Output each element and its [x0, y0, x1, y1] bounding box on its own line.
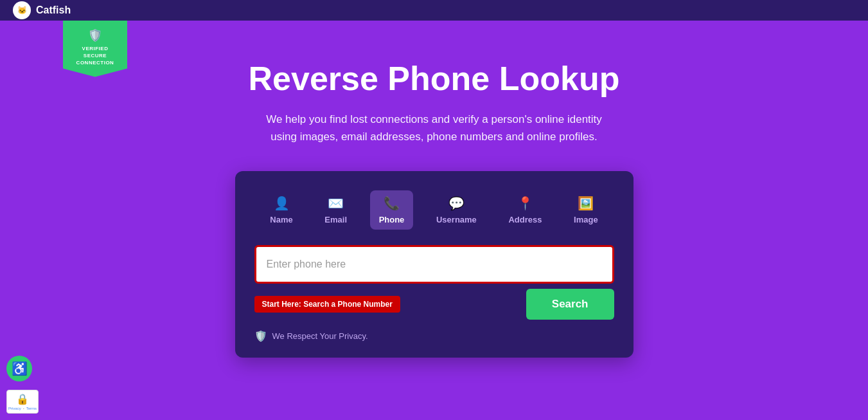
- privacy-text: We Respect Your Privacy.: [272, 331, 368, 341]
- tab-phone-label: Phone: [379, 215, 405, 224]
- secure-badge: 🛡️ VERIFIED SECURE CONNECTION: [63, 21, 127, 77]
- privacy-shield-icon: 🛡️: [254, 330, 267, 342]
- search-card: 👤 Name ✉️ Email 📞 Phone 💬 Username 📍 Add…: [235, 171, 633, 358]
- phone-input[interactable]: [254, 245, 614, 284]
- phone-icon: 📞: [384, 196, 400, 211]
- logo: 🐱 Catfish: [13, 1, 71, 19]
- recaptcha-separator: -: [23, 406, 24, 410]
- tab-address[interactable]: 📍 Address: [499, 190, 551, 230]
- search-tabs: 👤 Name ✉️ Email 📞 Phone 💬 Username 📍 Add…: [254, 190, 614, 230]
- tab-email[interactable]: ✉️ Email: [315, 190, 356, 230]
- recaptcha-badge: 🔒 Privacy - Terms: [6, 390, 39, 414]
- tab-address-label: Address: [508, 215, 542, 224]
- logo-icon: 🐱: [13, 1, 31, 19]
- address-icon: 📍: [517, 196, 533, 211]
- recaptcha-terms-link[interactable]: Terms: [26, 406, 37, 410]
- accessibility-icon: ♿: [12, 361, 28, 376]
- tab-phone[interactable]: 📞 Phone: [370, 190, 414, 230]
- accessibility-widget[interactable]: ♿: [6, 356, 32, 381]
- action-row: Start Here: Search a Phone Number Search: [254, 289, 614, 320]
- tab-email-label: Email: [324, 215, 347, 224]
- tab-image[interactable]: 🖼️ Image: [565, 190, 607, 230]
- email-icon: ✉️: [328, 196, 344, 211]
- recaptcha-privacy-link[interactable]: Privacy: [8, 406, 21, 410]
- tab-username-label: Username: [436, 215, 477, 224]
- shield-icon: 🛡️: [68, 28, 122, 42]
- username-icon: 💬: [448, 196, 465, 211]
- error-message: Start Here: Search a Phone Number: [254, 296, 400, 313]
- tab-name-label: Name: [270, 215, 292, 224]
- person-icon: 👤: [274, 196, 290, 211]
- search-button[interactable]: Search: [526, 289, 614, 320]
- logo-text: Catfish: [36, 5, 71, 16]
- page-title: Reverse Phone Lookup: [249, 59, 620, 98]
- image-icon: 🖼️: [578, 196, 594, 211]
- navbar: 🐱 Catfish: [0, 0, 868, 21]
- hero-subtitle: We help you find lost connections and ve…: [261, 111, 608, 145]
- phone-input-wrapper: [254, 245, 614, 284]
- tab-name[interactable]: 👤 Name: [261, 190, 301, 230]
- privacy-note: 🛡️ We Respect Your Privacy.: [254, 330, 614, 342]
- tab-image-label: Image: [574, 215, 598, 224]
- recaptcha-links: Privacy - Terms: [10, 406, 35, 410]
- badge-text: VERIFIED SECURE CONNECTION: [68, 45, 122, 67]
- recaptcha-icon: 🔒: [10, 393, 35, 405]
- hero-section: Reverse Phone Lookup We help you find lo…: [0, 21, 868, 383]
- tab-username[interactable]: 💬 Username: [427, 190, 486, 230]
